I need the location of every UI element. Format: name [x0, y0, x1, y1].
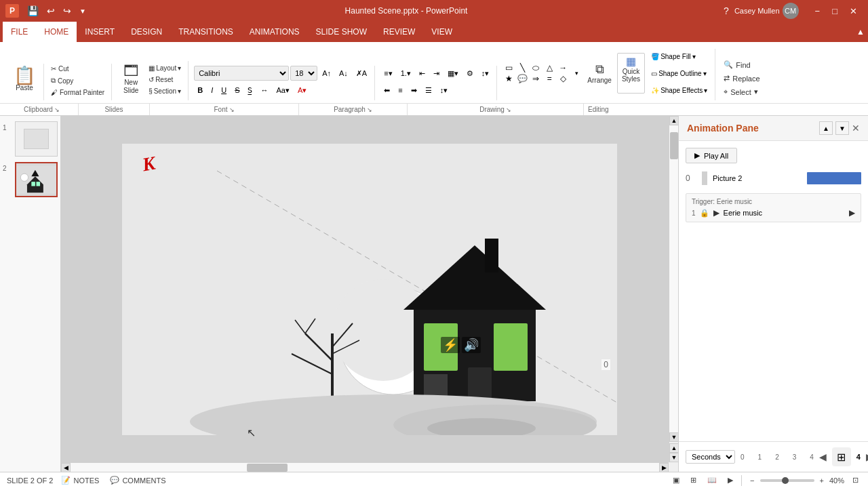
customize-quick-access[interactable]: ▼ — [77, 6, 89, 16]
close-button[interactable]: ✕ — [844, 5, 863, 18]
zoom-in-button[interactable]: + — [817, 476, 827, 485]
shape-equation[interactable]: = — [543, 74, 555, 83]
align-left-button[interactable]: ⬅ — [380, 83, 393, 98]
pan-down-button[interactable]: ▼ — [669, 453, 678, 462]
menu-view[interactable]: VIEW — [423, 22, 460, 42]
numbering-button[interactable]: 1.▾ — [397, 66, 414, 81]
seconds-select[interactable]: Seconds — [686, 450, 735, 464]
shape-callout[interactable]: 💬 — [516, 74, 528, 83]
undo-button[interactable]: ↩ — [44, 4, 58, 18]
align-center-button[interactable]: ≡ — [395, 83, 406, 98]
italic-button[interactable]: I — [208, 83, 216, 98]
format-painter-button[interactable]: 🖌 Format Painter — [48, 87, 107, 98]
scroll-right-button[interactable]: ▶ — [659, 463, 669, 472]
user-profile[interactable]: Casey Mullen CM — [734, 3, 799, 19]
fit-slide-button[interactable]: ⊡ — [850, 476, 861, 485]
char-spacing-button[interactable]: ↔ — [257, 83, 271, 98]
paste-button[interactable]: 📋 Paste — [9, 64, 39, 94]
minimize-button[interactable]: − — [810, 5, 826, 18]
font-family-select[interactable]: Calibri — [194, 66, 289, 81]
trigger-play-button[interactable]: ▶ — [713, 208, 719, 218]
vertical-scrollbar[interactable]: ▲ ▼ ▲ ▼ — [669, 116, 678, 462]
normal-view-button[interactable]: ▣ — [670, 476, 682, 485]
help-button[interactable]: ? — [724, 5, 729, 16]
menu-transitions[interactable]: TRANSITIONS — [170, 22, 241, 42]
shape-block-arrow[interactable]: ⇒ — [530, 74, 542, 83]
underline-button[interactable]: U — [218, 83, 230, 98]
h-scroll-thumb[interactable] — [247, 464, 288, 472]
slideshow-button[interactable]: ▶ — [725, 476, 736, 485]
anim-move-down-button[interactable]: ▼ — [835, 121, 849, 135]
shape-rect[interactable]: ▭ — [502, 63, 515, 73]
bold-button[interactable]: B — [194, 83, 206, 98]
change-case-button[interactable]: Aa▾ — [273, 83, 292, 98]
strikethrough-button[interactable]: S — [231, 83, 243, 98]
play-all-button[interactable]: ▶ Play All — [686, 148, 737, 163]
smart-art-button[interactable]: ⚙ — [463, 66, 477, 81]
slide-thumb-2[interactable]: 2 — [3, 162, 58, 197]
horizontal-scrollbar[interactable]: ◀ ▶ — [61, 462, 669, 472]
close-animation-pane-button[interactable]: ✕ — [852, 121, 860, 135]
trigger-end-button[interactable]: ▶ — [849, 208, 855, 218]
arrange-button[interactable]: ⧉ Arrange — [585, 61, 614, 85]
scroll-down-button[interactable]: ▼ — [669, 432, 678, 442]
find-button[interactable]: 🔍 Find — [721, 59, 762, 70]
menu-animations[interactable]: ANIMATIONS — [241, 22, 308, 42]
shapes-more-button[interactable]: ▾ — [572, 60, 582, 87]
comments-toggle-button[interactable]: 💬 COMMENTS — [107, 476, 168, 485]
bullets-button[interactable]: ≡▾ — [380, 66, 395, 81]
scroll-up-button[interactable]: ▲ — [669, 116, 678, 125]
pan-up-button[interactable]: ▲ — [669, 443, 678, 453]
new-slide-button[interactable]: 🗔 New Slide — [117, 61, 144, 98]
ribbon-collapse-button[interactable]: ▲ — [856, 22, 865, 42]
clear-format-button[interactable]: ✗A — [353, 66, 370, 81]
decrease-indent-button[interactable]: ⇤ — [416, 66, 429, 81]
slide-sorter-button[interactable]: ⊞ — [688, 476, 699, 485]
increase-indent-button[interactable]: ⇥ — [430, 66, 443, 81]
animation-color-bar[interactable] — [807, 172, 861, 184]
shadow-button[interactable]: S̲ — [244, 83, 256, 98]
font-expand-button[interactable]: ↘ — [229, 106, 235, 113]
menu-design[interactable]: DESIGN — [123, 22, 170, 42]
increase-font-button[interactable]: A↑ — [319, 66, 334, 81]
clipboard-expand-button[interactable]: ↘ — [54, 106, 60, 113]
notes-toggle-button[interactable]: 📝 NOTES — [58, 476, 102, 485]
paragraph-expand-button[interactable]: ↘ — [367, 106, 372, 113]
section-button[interactable]: § Section ▾ — [146, 86, 184, 96]
slide-canvas[interactable]: ⚡ 🔊 K ⚡ 🔊 0 🧙‍♀️ — [122, 144, 617, 435]
shape-fill-button[interactable]: 🪣 Shape Fill ▾ — [648, 49, 711, 64]
shape-outline-button[interactable]: ▭ Shape Outline ▾ — [648, 66, 711, 81]
maximize-button[interactable]: □ — [827, 5, 843, 18]
menu-home[interactable]: HOME — [36, 22, 77, 42]
shape-arrow[interactable]: → — [557, 63, 569, 73]
replace-button[interactable]: ⇄ Replace — [721, 73, 762, 84]
copy-button[interactable]: ⧉ Copy — [48, 75, 107, 86]
scroll-left-button[interactable]: ◀ — [61, 463, 71, 472]
zoom-out-button[interactable]: − — [747, 476, 757, 485]
reset-button[interactable]: ↺ Reset — [146, 75, 184, 85]
save-button[interactable]: 💾 — [24, 4, 41, 18]
line-spacing-button[interactable]: ↕▾ — [437, 83, 452, 98]
shape-star[interactable]: ★ — [502, 74, 515, 83]
slide-thumb-1[interactable]: 1 — [3, 121, 58, 157]
align-right-button[interactable]: ➡ — [408, 83, 420, 98]
quick-styles-button[interactable]: ▦ Quick Styles — [617, 53, 645, 94]
shape-flowchart[interactable]: ◇ — [557, 74, 569, 83]
cut-button[interactable]: ✂ Cut — [48, 64, 107, 74]
reading-view-button[interactable]: 📖 — [705, 476, 719, 485]
scroll-thumb[interactable] — [670, 132, 678, 159]
columns-button[interactable]: ▦▾ — [444, 66, 462, 81]
anim-nav-prev[interactable]: ◀ — [819, 451, 827, 462]
shape-line[interactable]: ╲ — [516, 63, 528, 73]
shape-oval[interactable]: ⬭ — [530, 63, 542, 73]
menu-insert[interactable]: INSERT — [77, 22, 123, 42]
anim-move-up-button[interactable]: ▲ — [819, 121, 833, 135]
redo-button[interactable]: ↪ — [60, 4, 74, 18]
menu-slideshow[interactable]: SLIDE SHOW — [308, 22, 375, 42]
font-size-select[interactable]: 18 — [290, 66, 317, 81]
slide-thumbnail-2[interactable] — [15, 162, 58, 197]
justify-button[interactable]: ☰ — [422, 83, 435, 98]
slide-canvas-area[interactable]: ▲ ▼ ▲ ▼ — [61, 116, 678, 462]
select-button[interactable]: ⌖ Select ▾ — [721, 86, 762, 98]
menu-file[interactable]: FILE — [3, 22, 36, 42]
